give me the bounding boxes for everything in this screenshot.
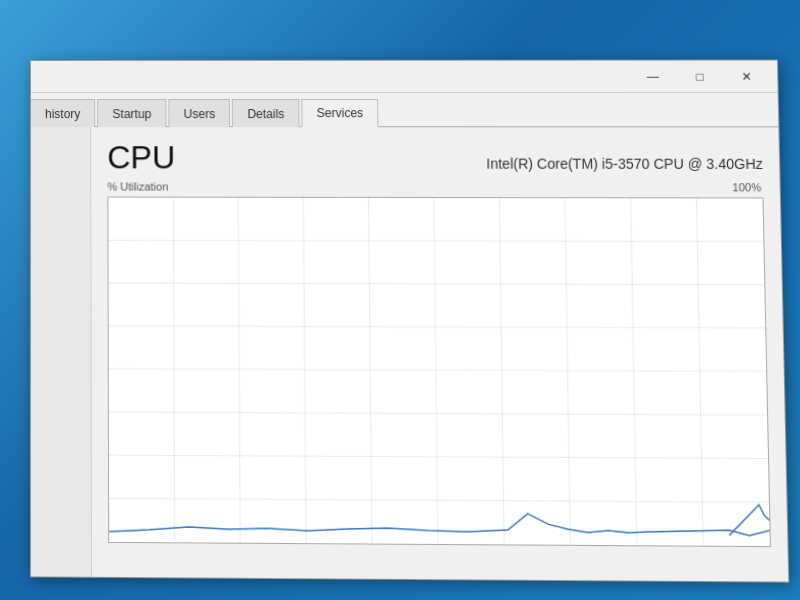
utilization-max-label: 100% [732,181,761,193]
maximize-button[interactable]: □ [677,62,722,90]
svg-line-2 [109,326,766,328]
svg-line-9 [303,198,306,543]
cpu-model: Intel(R) Core(TM) i5-3570 CPU @ 3.40GHz [486,156,763,172]
window-controls: — □ ✕ [630,62,769,90]
svg-line-11 [434,198,438,544]
close-button[interactable]: ✕ [724,62,770,90]
tab-bar: history Startup Users Details Services [31,93,778,127]
svg-line-10 [369,198,372,544]
main-panel: CPU Intel(R) Core(TM) i5-3570 CPU @ 3.40… [91,127,788,581]
tab-services[interactable]: Services [301,99,378,127]
tab-startup[interactable]: Startup [97,99,166,127]
chart-svg [108,198,769,547]
utilization-label-text: % Utilization [107,180,168,192]
svg-line-0 [108,240,763,241]
svg-line-13 [565,198,570,545]
svg-line-7 [173,198,174,543]
tab-users[interactable]: Users [168,99,230,127]
svg-line-8 [238,198,240,543]
cpu-title: CPU [107,139,175,176]
svg-line-6 [109,498,769,502]
svg-line-1 [109,283,765,285]
task-manager-window: — □ ✕ history Startup Users Details Serv… [30,60,789,583]
sidebar [31,127,92,577]
cpu-header: CPU Intel(R) Core(TM) i5-3570 CPU @ 3.40… [107,139,763,177]
svg-line-15 [697,198,704,545]
svg-line-3 [109,369,766,372]
tab-details[interactable]: Details [232,99,299,127]
svg-line-14 [631,198,637,545]
utilization-labels: % Utilization 100% [107,180,763,193]
minimize-button[interactable]: — [630,62,675,90]
cpu-chart [107,197,771,548]
svg-line-12 [499,198,504,544]
content-area: CPU Intel(R) Core(TM) i5-3570 CPU @ 3.40… [31,127,788,581]
tab-history[interactable]: history [31,99,96,127]
svg-line-4 [109,412,767,415]
title-bar: — □ ✕ [31,61,778,93]
svg-line-5 [109,455,768,458]
